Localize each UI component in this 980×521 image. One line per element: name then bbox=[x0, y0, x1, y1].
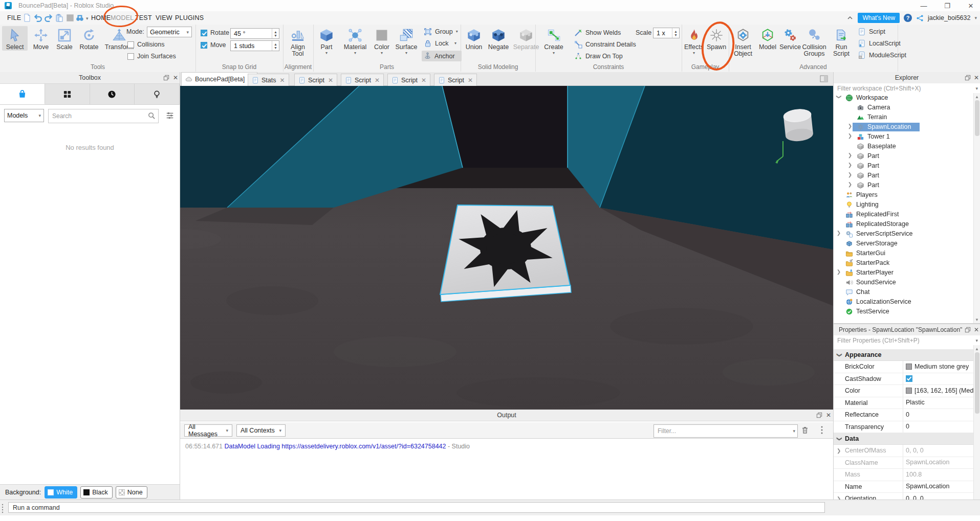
log-line[interactable]: 06:55:14.671 DataModel Loading https://a… bbox=[180, 439, 833, 450]
properties-filter-input[interactable] bbox=[834, 335, 980, 345]
property-value[interactable]: Medium stone grey bbox=[906, 361, 969, 373]
expander-chevron-icon[interactable]: ❯ bbox=[836, 95, 842, 100]
create-dropdown-icon[interactable]: ▾ bbox=[553, 51, 555, 55]
property-row-name[interactable]: NameSpawnLocation bbox=[834, 481, 980, 493]
property-row-reflectance[interactable]: Reflectance0 bbox=[834, 409, 980, 421]
scale-tool-button[interactable]: Scale bbox=[53, 26, 76, 51]
explorer-item-starterplayer[interactable]: ❯StarterPlayer bbox=[834, 268, 980, 278]
property-row-classname[interactable]: ClassNameSpawnLocation bbox=[834, 457, 980, 469]
property-row-brickcolor[interactable]: BrickColorMedium stone grey bbox=[834, 361, 980, 373]
part-button[interactable]: Part ▾ bbox=[315, 26, 338, 55]
property-value[interactable]: SpawnLocation bbox=[906, 481, 949, 493]
explorer-item-chat[interactable]: Chat bbox=[834, 287, 980, 297]
stepper-arrows-icon[interactable]: ▲▼ bbox=[672, 28, 679, 38]
snap-rotate-stepper[interactable]: 45 ° ▲▼ bbox=[230, 28, 279, 39]
doc-tab-bouncepad-beta-[interactable]: BouncePad[Beta]✕ bbox=[181, 72, 257, 86]
effects-button[interactable]: Effects ▾ bbox=[683, 26, 705, 55]
explorer-item-part[interactable]: ❯Part bbox=[834, 171, 980, 180]
toolbox-search[interactable] bbox=[48, 109, 159, 123]
negate-button[interactable]: Negate bbox=[486, 26, 511, 51]
anchor-button[interactable]: Anchor bbox=[422, 51, 462, 61]
property-row-mass[interactable]: Mass100.8 bbox=[834, 469, 980, 481]
surface-button[interactable]: Surface ▾ bbox=[393, 26, 420, 55]
explorer-item-camera[interactable]: Camera bbox=[834, 103, 980, 112]
toolbox-tab-marketplace[interactable] bbox=[0, 84, 45, 104]
property-value[interactable]: Plastic bbox=[906, 397, 925, 409]
explorer-item-localizationservice[interactable]: LocalizationService bbox=[834, 297, 980, 307]
color-dropdown-icon[interactable]: ▾ bbox=[381, 51, 383, 55]
model-button[interactable]: Model bbox=[757, 26, 778, 51]
explorer-item-replicatedstorage[interactable]: ReplicatedStorage bbox=[834, 219, 980, 229]
screenshot-icon[interactable] bbox=[66, 13, 75, 22]
snap-move-toggle[interactable]: Move bbox=[201, 41, 226, 49]
lock-button[interactable]: Lock ▾ bbox=[424, 39, 456, 48]
redo-icon[interactable] bbox=[44, 13, 53, 22]
explorer-scrollbar[interactable]: ▲ ▼ bbox=[973, 93, 980, 323]
contexts-filter-dropdown[interactable]: All Contexts▾ bbox=[236, 424, 286, 437]
explorer-item-part[interactable]: ❯Part bbox=[834, 151, 980, 161]
collisions-toggle[interactable]: Collisions bbox=[127, 41, 165, 48]
viewport-3d-scene[interactable] bbox=[180, 86, 833, 410]
close-tab-icon[interactable]: ✕ bbox=[328, 77, 333, 84]
effects-dropdown-icon[interactable]: ▾ bbox=[693, 51, 695, 55]
properties-section-data[interactable]: ❯Data bbox=[834, 433, 980, 445]
scroll-down-icon[interactable]: ▼ bbox=[974, 316, 980, 323]
property-row-color[interactable]: Color[163, 162, 165] (Med... bbox=[834, 385, 980, 397]
explorer-item-part[interactable]: ❯Part bbox=[834, 161, 980, 171]
explorer-item-lighting[interactable]: Lighting bbox=[834, 200, 980, 210]
close-panel-icon[interactable]: ✕ bbox=[825, 412, 832, 419]
undo-icon[interactable] bbox=[33, 13, 42, 22]
drag-grip-icon[interactable] bbox=[2, 503, 6, 513]
messages-filter-dropdown[interactable]: All Messages▾ bbox=[184, 424, 232, 437]
section-chevron-icon[interactable]: ❯ bbox=[837, 433, 842, 444]
close-panel-icon[interactable]: ✕ bbox=[973, 326, 980, 333]
find-icon[interactable] bbox=[75, 13, 84, 22]
property-value[interactable]: 0 bbox=[906, 421, 909, 433]
background-option-white[interactable]: White bbox=[45, 486, 77, 499]
explorer-filter-input[interactable] bbox=[834, 83, 980, 93]
properties-scrollbar[interactable]: ▲ ▼ bbox=[973, 345, 980, 505]
cylinder-part[interactable] bbox=[783, 108, 814, 142]
background-option-black[interactable]: Black bbox=[80, 486, 113, 499]
help-icon[interactable]: ? bbox=[904, 14, 912, 22]
spawn-pad[interactable] bbox=[440, 205, 571, 302]
menu-item-file[interactable]: FILE bbox=[4, 11, 24, 25]
expander-chevron-icon[interactable]: ❯ bbox=[847, 152, 853, 158]
properties-filter[interactable]: ▾ bbox=[834, 335, 980, 346]
move-tool-button[interactable]: Move bbox=[30, 26, 52, 51]
doc-tab-script[interactable]: Script✕ bbox=[387, 74, 430, 86]
explorer-item-workspace[interactable]: ❯Workspace bbox=[834, 93, 980, 103]
stepper-arrows-icon[interactable]: ▲▼ bbox=[272, 29, 279, 38]
close-panel-icon[interactable]: ✕ bbox=[973, 74, 980, 81]
toolbox-search-input[interactable] bbox=[49, 109, 158, 123]
close-tab-icon[interactable]: ✕ bbox=[280, 77, 285, 84]
property-value[interactable]: 100.8 bbox=[906, 469, 922, 481]
checkbox-checked[interactable] bbox=[906, 375, 912, 382]
username-label[interactable]: jackie_boi5632 bbox=[928, 14, 970, 21]
property-value[interactable]: SpawnLocation bbox=[906, 457, 949, 469]
output-filter[interactable]: ▾ bbox=[654, 424, 798, 438]
float-view-icon[interactable] bbox=[820, 75, 828, 82]
float-panel-icon[interactable] bbox=[816, 412, 823, 419]
expander-chevron-icon[interactable]: ❯ bbox=[847, 162, 853, 168]
stepper-arrows-icon[interactable]: ▲▼ bbox=[272, 41, 279, 51]
group-button[interactable]: Group ▾ bbox=[424, 28, 458, 36]
property-row-material[interactable]: MaterialPlastic bbox=[834, 397, 980, 410]
group-dropdown-icon[interactable]: ▾ bbox=[456, 30, 458, 34]
mode-select[interactable]: Geometric▾ bbox=[147, 27, 192, 37]
service-button[interactable]: Service bbox=[779, 26, 801, 51]
draw-on-top-toggle[interactable]: Draw On Top bbox=[574, 52, 623, 60]
collisions-checkbox[interactable] bbox=[127, 41, 134, 48]
menu-item-test[interactable]: TEST bbox=[132, 11, 155, 25]
surface-dropdown-icon[interactable]: ▾ bbox=[405, 51, 407, 55]
property-row-centerofmass[interactable]: ❯CenterOfMass0, 0, 0 bbox=[834, 445, 980, 457]
expander-chevron-icon[interactable]: ❯ bbox=[836, 269, 841, 275]
lock-dropdown-icon[interactable]: ▾ bbox=[454, 41, 456, 46]
close-panel-icon[interactable]: ✕ bbox=[172, 74, 179, 81]
log-message-link[interactable]: DataModel Loading https://assetdelivery.… bbox=[224, 443, 448, 450]
property-value[interactable]: [163, 162, 165] (Med... bbox=[906, 385, 979, 397]
explorer-item-starterpack[interactable]: StarterPack bbox=[834, 258, 980, 268]
collision-groups-button[interactable]: Collision Groups bbox=[799, 26, 829, 57]
clear-output-trash-icon[interactable] bbox=[800, 425, 810, 435]
explorer-item-players[interactable]: Players bbox=[834, 190, 980, 200]
